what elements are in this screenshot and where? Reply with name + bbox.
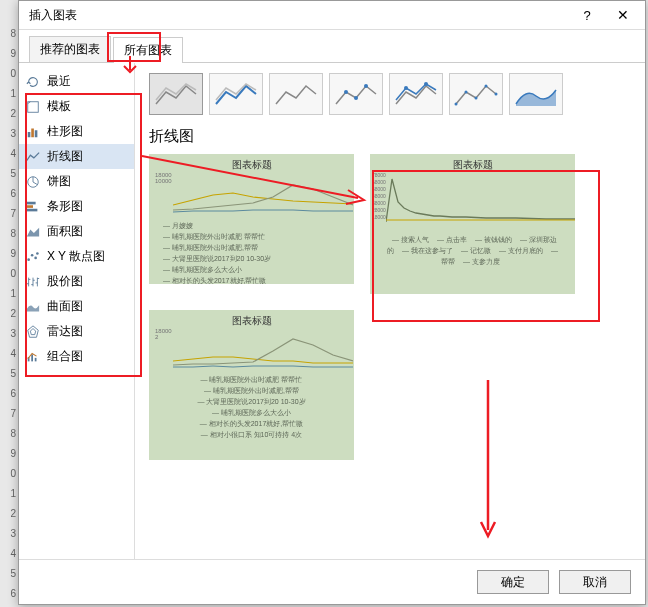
sidebar-item-label: 组合图 bbox=[47, 348, 83, 365]
subtype-heading: 折线图 bbox=[149, 127, 631, 146]
chart-previews: 图表标题 1800010000 — 月嫂嫂— 哺乳期医院外出时减肥 帮帮忙— 哺… bbox=[149, 154, 631, 460]
dialog-title: 插入图表 bbox=[29, 7, 569, 24]
line-subtype-icon bbox=[214, 79, 258, 109]
svg-rect-6 bbox=[27, 205, 33, 208]
preview-3[interactable]: 图表标题 180002 — 哺乳期医院外出时减肥 帮帮忙— 哺乳期医院外出时减肥… bbox=[149, 310, 354, 460]
combo-icon bbox=[25, 350, 41, 364]
preview-3-legend: — 哺乳期医院外出时减肥 帮帮忙— 哺乳期医院外出时减肥,帮帮— 大肾里医院说2… bbox=[163, 374, 340, 440]
bar-icon bbox=[25, 200, 41, 214]
subtype-4[interactable] bbox=[329, 73, 383, 115]
preview-1[interactable]: 图表标题 1800010000 — 月嫂嫂— 哺乳期医院外出时减肥 帮帮忙— 哺… bbox=[149, 154, 354, 284]
sidebar-item-line[interactable]: 折线图 bbox=[19, 144, 134, 169]
main-panel: 折线图 图表标题 1800010000 — 月嫂嫂— 哺乳期医院外出时减肥 帮帮… bbox=[135, 63, 645, 559]
sidebar-item-area[interactable]: 面积图 bbox=[19, 219, 134, 244]
tab-recommended[interactable]: 推荐的图表 bbox=[29, 36, 111, 62]
help-button[interactable]: ? bbox=[569, 3, 605, 27]
sidebar-item-label: 模板 bbox=[47, 98, 71, 115]
svg-point-11 bbox=[36, 252, 39, 255]
line-subtype-icon bbox=[274, 79, 318, 109]
ok-button[interactable]: 确定 bbox=[477, 570, 549, 594]
svg-point-20 bbox=[455, 103, 458, 106]
svg-rect-1 bbox=[28, 132, 31, 137]
cancel-button[interactable]: 取消 bbox=[559, 570, 631, 594]
subtype-1[interactable] bbox=[149, 73, 203, 115]
svg-point-22 bbox=[475, 97, 478, 100]
line-subtype-icon bbox=[394, 79, 438, 109]
surface-icon bbox=[25, 300, 41, 314]
svg-rect-5 bbox=[27, 201, 36, 204]
svg-rect-0 bbox=[28, 101, 39, 112]
sidebar-item-label: 雷达图 bbox=[47, 323, 83, 340]
tab-all-charts[interactable]: 所有图表 bbox=[113, 37, 183, 63]
sidebar-item-label: 股价图 bbox=[47, 273, 83, 290]
column-icon bbox=[25, 125, 41, 139]
pie-icon bbox=[25, 175, 41, 189]
sidebar-item-scatter[interactable]: X Y 散点图 bbox=[19, 244, 134, 269]
sidebar-item-column[interactable]: 柱形图 bbox=[19, 119, 134, 144]
sidebar-item-recent[interactable]: 最近 bbox=[19, 69, 134, 94]
stock-icon bbox=[25, 275, 41, 289]
sidebar-item-label: X Y 散点图 bbox=[47, 248, 105, 265]
chart-category-sidebar: 最近模板柱形图折线图饼图条形图面积图X Y 散点图股价图曲面图雷达图组合图 bbox=[19, 63, 135, 559]
svg-point-21 bbox=[465, 91, 468, 94]
sidebar-item-label: 面积图 bbox=[47, 223, 83, 240]
subtype-7[interactable] bbox=[509, 73, 563, 115]
sidebar-item-label: 条形图 bbox=[47, 198, 83, 215]
svg-rect-14 bbox=[35, 357, 37, 361]
preview-1-legend: — 月嫂嫂— 哺乳期医院外出时减肥 帮帮忙— 哺乳期医院外出时减肥,帮帮— 大肾… bbox=[163, 220, 340, 284]
svg-point-15 bbox=[344, 90, 348, 94]
template-icon bbox=[25, 100, 41, 114]
svg-point-24 bbox=[495, 93, 498, 96]
chart-subtype-row bbox=[149, 73, 631, 115]
svg-point-8 bbox=[27, 258, 30, 261]
svg-point-16 bbox=[354, 96, 358, 100]
svg-point-18 bbox=[404, 86, 408, 90]
radar-icon bbox=[25, 325, 41, 339]
close-button[interactable]: ✕ bbox=[605, 3, 641, 27]
dialog-footer: 确定 取消 bbox=[19, 559, 645, 604]
svg-rect-7 bbox=[27, 208, 38, 211]
svg-point-10 bbox=[34, 256, 37, 259]
preview-2[interactable]: 图表标题 78000680005800048000380002800018000… bbox=[370, 154, 575, 294]
sidebar-item-label: 折线图 bbox=[47, 148, 83, 165]
subtype-2[interactable] bbox=[209, 73, 263, 115]
line-subtype-icon bbox=[154, 79, 198, 109]
subtype-5[interactable] bbox=[389, 73, 443, 115]
sidebar-item-template[interactable]: 模板 bbox=[19, 94, 134, 119]
scatter-icon bbox=[25, 250, 41, 264]
recent-icon bbox=[25, 75, 41, 89]
tab-strip: 推荐的图表 所有图表 bbox=[19, 30, 645, 63]
line-subtype-icon bbox=[454, 79, 498, 109]
subtype-6[interactable] bbox=[449, 73, 503, 115]
line-icon bbox=[25, 150, 41, 164]
preview-3-plot bbox=[173, 331, 353, 371]
svg-point-17 bbox=[364, 84, 368, 88]
sidebar-item-combo[interactable]: 组合图 bbox=[19, 344, 134, 369]
sidebar-item-label: 饼图 bbox=[47, 173, 71, 190]
area-icon bbox=[25, 225, 41, 239]
preview-2-legend: — 搜索人气— 点击率— 被钱钱的— 深圳那边的— 我在这参与了— 记忆嗷— 支… bbox=[384, 234, 561, 267]
sidebar-item-bar[interactable]: 条形图 bbox=[19, 194, 134, 219]
svg-rect-2 bbox=[31, 128, 34, 137]
line-subtype-icon bbox=[334, 79, 378, 109]
sidebar-item-label: 最近 bbox=[47, 73, 71, 90]
svg-point-19 bbox=[424, 82, 428, 86]
line-subtype-icon bbox=[514, 79, 558, 109]
sidebar-item-stock[interactable]: 股价图 bbox=[19, 269, 134, 294]
sidebar-item-radar[interactable]: 雷达图 bbox=[19, 319, 134, 344]
preview-2-plot bbox=[386, 174, 575, 226]
preview-1-plot bbox=[173, 175, 353, 215]
titlebar: 插入图表 ? ✕ bbox=[19, 1, 645, 30]
svg-point-9 bbox=[31, 253, 34, 256]
svg-point-23 bbox=[485, 85, 488, 88]
svg-rect-3 bbox=[35, 130, 38, 137]
sidebar-item-label: 柱形图 bbox=[47, 123, 83, 140]
sidebar-item-surface[interactable]: 曲面图 bbox=[19, 294, 134, 319]
sidebar-item-pie[interactable]: 饼图 bbox=[19, 169, 134, 194]
sidebar-item-label: 曲面图 bbox=[47, 298, 83, 315]
svg-rect-13 bbox=[31, 354, 33, 361]
subtype-3[interactable] bbox=[269, 73, 323, 115]
insert-chart-dialog: 插入图表 ? ✕ 推荐的图表 所有图表 最近模板柱形图折线图饼图条形图面积图X … bbox=[18, 0, 646, 605]
